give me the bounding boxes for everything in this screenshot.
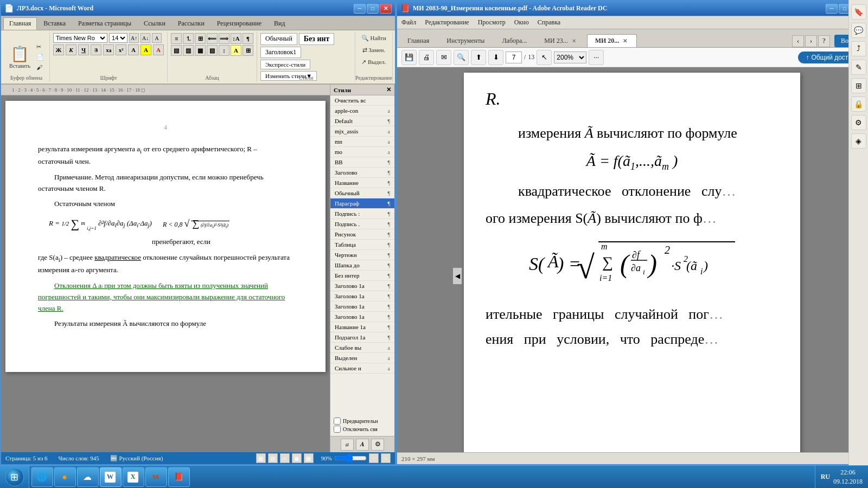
pdf-menu-file[interactable]: Файл — [401, 18, 416, 27]
select-button[interactable]: ↗ Выдел. — [359, 57, 388, 67]
style-item-risunok[interactable]: Рисунок ¶ — [330, 229, 394, 240]
taskbar-app-skype[interactable]: ☁ — [77, 467, 99, 487]
quick-styles-btn[interactable]: Экспресс-стили — [260, 60, 310, 69]
multilevel-list-button[interactable]: ⊞ — [195, 33, 206, 44]
style-heading1-btn[interactable]: Без инт — [299, 33, 335, 45]
style-heading2-btn[interactable]: Заголовок1 — [260, 47, 301, 58]
zoom-out-button[interactable]: − — [369, 453, 379, 463]
underline-button[interactable]: Ч — [78, 44, 89, 55]
decrease-indent-button[interactable]: ⟸ — [207, 33, 218, 44]
word-doc-area[interactable]: 4 результата измерения аргумента ai от е… — [1, 95, 330, 452]
view-draft-button[interactable]: ▦ — [304, 453, 314, 463]
taskbar-app-word[interactable]: W — [100, 467, 122, 487]
styles-new-button[interactable]: 𝑎 — [341, 439, 354, 451]
find-button[interactable]: 🔍 Найти — [359, 33, 389, 43]
word-close-button[interactable]: ✕ — [380, 4, 392, 14]
numbering-button[interactable]: ⒈ — [183, 33, 194, 44]
pdf-zoom-select[interactable]: 200% 150% 100% 75% — [554, 52, 586, 63]
style-item-zag1a[interactable]: Заголово 1а ¶ — [330, 281, 394, 291]
style-item-shapka[interactable]: Шапка до ¶ — [330, 260, 394, 271]
pdf-menu-window[interactable]: Окно — [514, 18, 529, 27]
taskbar-app-chrome[interactable]: ● — [54, 467, 76, 487]
disable-link-checkbox[interactable] — [334, 426, 341, 433]
zoom-slider[interactable] — [334, 454, 367, 463]
highlight-button[interactable]: A — [141, 44, 151, 55]
pdf-prev-page-button[interactable]: ⬆ — [471, 50, 486, 65]
taskbar-app-acrobat[interactable]: 📕 — [168, 467, 190, 487]
font-grow-button[interactable]: A↑ — [129, 33, 139, 43]
pdf-email-button[interactable]: ✉ — [436, 50, 451, 65]
tab-page-layout[interactable]: Разметка страницы — [72, 17, 137, 29]
tab-insert[interactable]: Вставка — [37, 17, 72, 29]
pdf-save-button[interactable]: 💾 — [401, 50, 417, 65]
style-item-chertezh[interactable]: Чертежн ¶ — [330, 250, 394, 260]
line-spacing-button[interactable]: ↕ — [219, 45, 229, 56]
style-item-vydelen[interactable]: Выделен a — [330, 353, 394, 363]
format-painter-button[interactable]: 🖌 — [34, 63, 46, 72]
text-effect-button[interactable]: A — [128, 44, 139, 55]
pdf-minimize-button[interactable]: ─ — [826, 4, 838, 14]
pdf-menu-help[interactable]: Справка — [538, 18, 560, 27]
view-normal-button[interactable]: ▦ — [256, 453, 266, 463]
pdf-menu-edit[interactable]: Редактирование — [425, 18, 469, 27]
style-item-mo[interactable]: mo a — [330, 147, 394, 157]
style-item-slaboe[interactable]: Слабое вы a — [330, 343, 394, 353]
taskbar-app-mathtype[interactable]: M — [145, 467, 167, 487]
pdf-content-area[interactable]: ◀ R. измерения Ã вычисляют по формуле Ã … — [397, 67, 867, 452]
pdf-print-button[interactable]: 🖨 — [419, 50, 434, 65]
word-minimize-button[interactable]: ─ — [354, 4, 366, 14]
styles-manage-button[interactable]: ⚙ — [371, 439, 384, 451]
pdf-tab-lab[interactable]: Лабора... — [494, 34, 535, 47]
tab-references[interactable]: Ссылки — [138, 17, 171, 29]
shading-button[interactable]: A — [231, 45, 241, 56]
view-outline-button[interactable]: ▣ — [292, 453, 302, 463]
clear-format-button[interactable]: A — [152, 33, 162, 43]
cut-button[interactable]: ✂ — [34, 42, 46, 52]
pdf-more-button[interactable]: ··· — [589, 50, 604, 65]
word-maximize-button[interactable]: □ — [367, 4, 379, 14]
start-button[interactable]: ⊞ — [0, 466, 29, 489]
style-normal-btn[interactable]: Обычный — [260, 33, 297, 45]
tab-mi23-close[interactable]: ✕ — [570, 37, 578, 45]
style-item-silnoe[interactable]: Сильное н a — [330, 363, 394, 374]
italic-button[interactable]: К — [66, 44, 76, 55]
taskbar-app-browser[interactable]: 🌐 — [31, 467, 53, 487]
sort-button[interactable]: ↕A — [231, 33, 241, 44]
style-item-mn[interactable]: mn a — [330, 137, 394, 147]
styles-panel-close[interactable]: ✕ — [386, 86, 391, 93]
show-marks-button[interactable]: ¶ — [242, 33, 253, 44]
pdf-next-page-button[interactable]: ⬇ — [488, 50, 503, 65]
subscript-button[interactable]: x₂ — [103, 44, 114, 55]
style-item-podpis2[interactable]: Подпись . ¶ — [330, 219, 394, 229]
taskbar-app-excel[interactable]: X — [123, 467, 144, 487]
styles-list[interactable]: Очистить вс apple-con a Default ¶ mjx_as… — [330, 95, 394, 415]
pdf-tab-home[interactable]: Главная — [399, 34, 437, 47]
tab-view[interactable]: Вид — [268, 17, 291, 29]
borders-button[interactable]: ⊞ — [242, 45, 253, 56]
pdf-cursor-button[interactable]: ↖ — [537, 50, 552, 65]
style-item-mjx[interactable]: mjx_assis a — [330, 126, 394, 137]
view-reading-button[interactable]: ▤ — [268, 453, 278, 463]
style-item-bb[interactable]: BB ¶ — [330, 157, 394, 168]
bold-button[interactable]: Ж — [53, 44, 64, 55]
style-item-bez[interactable]: Без интер ¶ — [330, 271, 394, 281]
zoom-in-button[interactable]: + — [381, 453, 391, 463]
style-item-name[interactable]: Название ¶ — [330, 178, 394, 188]
bullets-button[interactable]: ≡ — [171, 33, 182, 44]
styles-inspector-button[interactable]: 𝑨 — [356, 439, 369, 451]
align-right-button[interactable]: ▦ — [195, 45, 206, 56]
pdf-menu-view[interactable]: Просмотр — [478, 18, 506, 27]
style-item-podpis1[interactable]: Подпись : ¶ — [330, 209, 394, 219]
paste-button[interactable]: 📋 Вставить — [7, 43, 33, 70]
justify-button[interactable]: ▧ — [207, 45, 218, 56]
tab-mi20-close[interactable]: ✕ — [621, 37, 629, 45]
align-center-button[interactable]: ▥ — [183, 45, 194, 56]
pdf-page-input[interactable] — [506, 52, 522, 63]
tab-review[interactable]: Рецензирование — [211, 17, 267, 29]
style-item-name1a[interactable]: Название 1а ¶ — [330, 322, 394, 332]
style-item-paragraph[interactable]: Параграф ¶ — [330, 198, 394, 209]
pdf-scroll-left[interactable]: ◀ — [453, 268, 462, 284]
font-name-select[interactable]: Times New Ro — [53, 33, 107, 43]
style-item-zag2a[interactable]: Заголово 1а ¶ — [330, 291, 394, 301]
style-item-zag4a[interactable]: Заголово 1а ¶ — [330, 312, 394, 322]
